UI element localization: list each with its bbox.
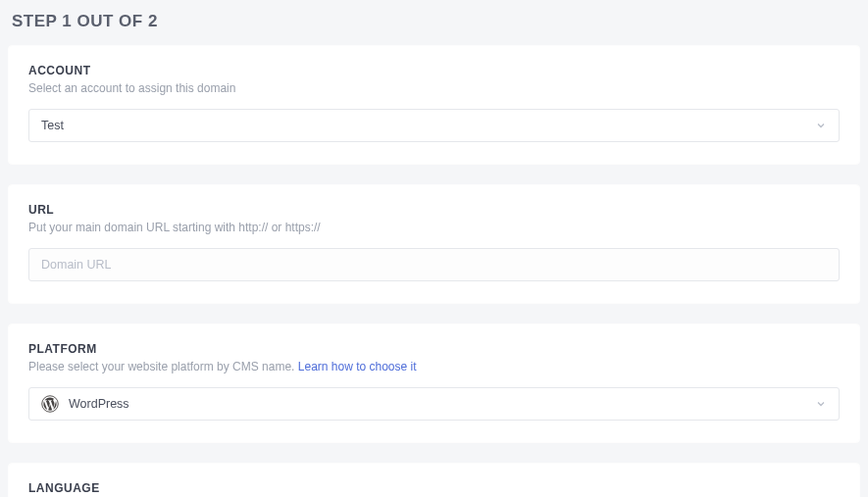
platform-panel: PLATFORM Please select your website plat… (8, 323, 860, 443)
url-desc: Put your main domain URL starting with h… (28, 221, 840, 234)
wordpress-icon (41, 395, 59, 413)
page-title: STEP 1 OUT OF 2 (8, 0, 860, 45)
account-title: ACCOUNT (28, 64, 840, 77)
platform-select[interactable]: WordPress (28, 387, 840, 421)
account-select[interactable]: Test (28, 109, 840, 142)
url-title: URL (28, 203, 840, 217)
language-title: LANGUAGE (28, 481, 840, 495)
platform-select-value: WordPress (69, 397, 129, 411)
url-input-wrapper (28, 248, 840, 281)
platform-desc-text: Please select your website platform by C… (28, 360, 298, 373)
language-panel: LANGUAGE Select the base language of you… (8, 463, 860, 497)
account-desc: Select an account to assign this domain (28, 81, 840, 95)
platform-learn-link[interactable]: Learn how to choose it (298, 360, 417, 373)
account-select-value: Test (41, 119, 64, 132)
platform-title: PLATFORM (28, 342, 840, 356)
chevron-down-icon (815, 398, 827, 410)
url-panel: URL Put your main domain URL starting wi… (8, 184, 860, 304)
account-panel: ACCOUNT Select an account to assign this… (8, 45, 860, 165)
chevron-down-icon (815, 120, 827, 131)
platform-desc: Please select your website platform by C… (28, 360, 840, 373)
url-input[interactable] (41, 258, 827, 272)
